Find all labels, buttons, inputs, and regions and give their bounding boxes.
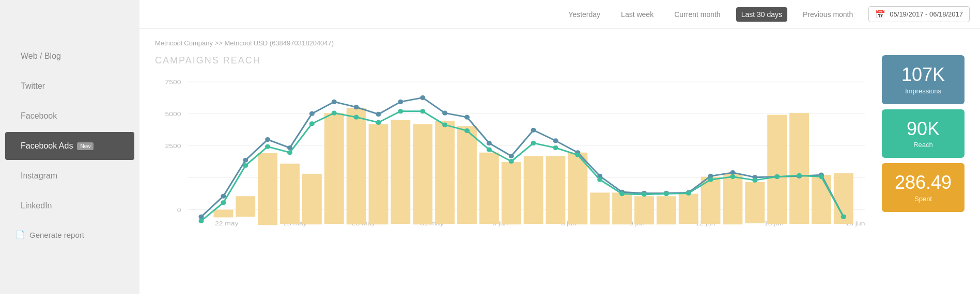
generate-report-button[interactable]: 📄Generate report <box>0 221 139 249</box>
svg-rect-20 <box>213 210 233 218</box>
svg-point-100 <box>664 191 669 196</box>
overlay-svg <box>155 71 872 236</box>
svg-rect-35 <box>546 156 566 224</box>
spent-value: 286.49 <box>892 172 954 193</box>
svg-rect-25 <box>324 113 344 224</box>
svg-point-104 <box>752 178 757 183</box>
date-range-value: 05/19/2017 - 06/18/2017 <box>890 10 963 18</box>
sidebar-item-web-blog[interactable]: Web / Blog <box>5 42 134 70</box>
chart-container: CAMPAIGNS REACH 7500 5000 2500 0 <box>155 55 872 236</box>
svg-point-97 <box>597 177 602 182</box>
report-icon: 📄 <box>15 230 25 239</box>
svg-point-96 <box>575 153 580 157</box>
time-btn-last-week[interactable]: Last week <box>616 7 659 22</box>
svg-point-88 <box>398 109 403 113</box>
spent-label: Spent <box>892 195 954 203</box>
spent-card: 286.49 Spent <box>882 163 965 212</box>
svg-point-55 <box>332 100 337 104</box>
svg-point-102 <box>708 177 713 182</box>
date-range-picker[interactable]: 📅05/19/2017 - 06/18/2017 <box>868 6 970 22</box>
time-btn-current-month[interactable]: Current month <box>669 7 725 22</box>
svg-rect-23 <box>280 164 300 224</box>
svg-point-86 <box>354 115 359 120</box>
svg-rect-21 <box>236 196 255 217</box>
chart-title: CAMPAIGNS REACH <box>155 55 872 66</box>
svg-rect-24 <box>302 174 322 224</box>
sidebar: Web / BlogTwitterFacebookFacebook AdsNew… <box>0 0 139 294</box>
calendar-icon: 📅 <box>875 9 885 19</box>
svg-rect-46 <box>789 113 809 224</box>
svg-rect-38 <box>612 192 632 224</box>
impressions-value: 107K <box>892 64 954 85</box>
reach-value: 90K <box>892 119 954 139</box>
svg-rect-33 <box>502 162 521 224</box>
svg-rect-22 <box>258 153 277 225</box>
svg-point-87 <box>376 120 381 125</box>
svg-point-90 <box>442 122 447 127</box>
svg-point-94 <box>531 141 536 145</box>
breadcrumb: Metricool Company >> Metricool USD (6384… <box>155 39 965 47</box>
svg-rect-26 <box>347 108 366 224</box>
svg-point-79 <box>198 219 204 223</box>
svg-point-84 <box>309 121 315 126</box>
svg-rect-29 <box>413 124 432 224</box>
svg-rect-43 <box>723 174 743 224</box>
svg-rect-31 <box>457 126 477 224</box>
svg-point-83 <box>287 150 292 155</box>
svg-point-54 <box>309 111 315 116</box>
svg-point-65 <box>553 138 558 143</box>
svg-rect-47 <box>812 175 831 224</box>
content-area: Metricool Company >> Metricool USD (6384… <box>139 29 980 294</box>
svg-point-63 <box>509 154 514 158</box>
sidebar-item-facebook-ads[interactable]: Facebook AdsNew <box>5 132 134 160</box>
svg-point-59 <box>420 95 425 100</box>
svg-point-62 <box>487 141 492 145</box>
sidebar-item-twitter[interactable]: Twitter <box>5 72 134 100</box>
time-btn-previous-month[interactable]: Previous month <box>798 7 858 22</box>
stat-cards: 107K Impressions 90K Reach 286.49 Spent <box>882 55 965 212</box>
topbar: YesterdayLast weekCurrent monthLast 30 d… <box>139 0 980 29</box>
svg-rect-37 <box>590 192 610 224</box>
svg-point-58 <box>398 100 403 104</box>
time-btn-last-30-days[interactable]: Last 30 days <box>736 7 787 22</box>
main-content: YesterdayLast weekCurrent monthLast 30 d… <box>139 0 980 294</box>
sidebar-item-linkedin[interactable]: LinkedIn <box>5 192 134 220</box>
svg-point-81 <box>243 163 248 168</box>
svg-point-82 <box>265 144 270 149</box>
svg-rect-32 <box>479 153 499 224</box>
chart-area: 7500 5000 2500 0 22 may 25 may 28 may 31… <box>155 71 872 236</box>
svg-rect-30 <box>435 121 455 224</box>
svg-point-57 <box>376 112 381 117</box>
svg-point-93 <box>509 159 514 164</box>
svg-point-101 <box>686 191 691 195</box>
svg-point-91 <box>464 128 470 133</box>
svg-point-80 <box>221 200 226 205</box>
svg-point-105 <box>774 174 780 179</box>
svg-point-103 <box>730 174 735 179</box>
svg-point-85 <box>332 111 337 116</box>
svg-point-56 <box>354 105 359 109</box>
time-btn-yesterday[interactable]: Yesterday <box>563 7 605 22</box>
svg-rect-39 <box>634 196 654 224</box>
svg-rect-40 <box>657 196 676 224</box>
svg-point-89 <box>420 109 425 113</box>
svg-point-107 <box>819 174 824 179</box>
svg-rect-34 <box>524 156 543 224</box>
impressions-label: Impressions <box>892 87 954 95</box>
reach-label: Reach <box>892 141 954 149</box>
reach-card: 90K Reach <box>882 109 965 158</box>
svg-rect-41 <box>679 194 698 224</box>
sidebar-item-facebook[interactable]: Facebook <box>5 102 134 130</box>
svg-point-92 <box>487 147 492 152</box>
svg-point-60 <box>442 111 447 116</box>
sidebar-item-instagram[interactable]: Instagram <box>5 162 134 190</box>
new-badge: New <box>77 142 94 150</box>
svg-point-108 <box>841 215 846 219</box>
svg-point-50 <box>221 194 226 199</box>
svg-point-64 <box>531 128 536 133</box>
svg-point-61 <box>464 115 470 120</box>
svg-rect-45 <box>767 115 787 224</box>
generate-report-label: Generate report <box>29 231 84 239</box>
svg-point-73 <box>730 170 735 175</box>
svg-rect-28 <box>391 120 410 224</box>
